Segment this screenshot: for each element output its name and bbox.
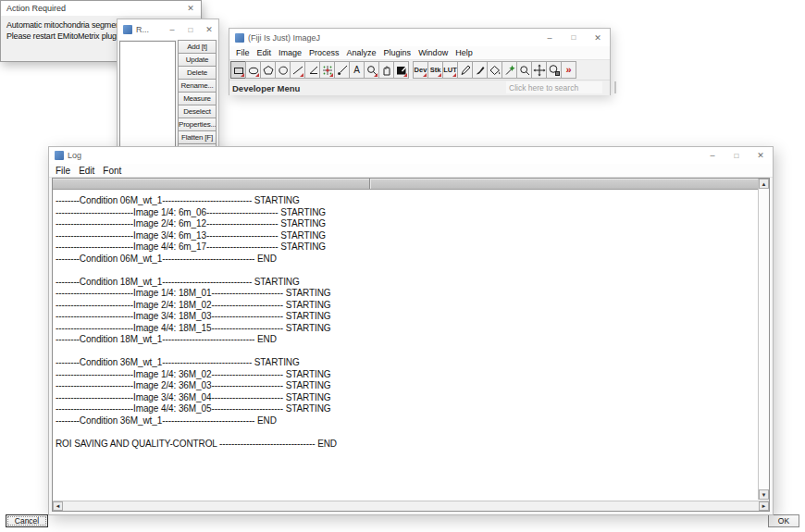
log-menu-font[interactable]: Font: [100, 166, 127, 176]
magnifier-icon: [365, 64, 378, 77]
oval-tool-button[interactable]: [245, 61, 261, 79]
paintbrush-icon: [474, 64, 487, 77]
color-picker-tool-button[interactable]: [393, 61, 409, 79]
fiji-titlebar[interactable]: (Fiji Is Just) ImageJ – □ ✕: [229, 29, 610, 46]
scroll-left-button[interactable]: ◄: [53, 501, 63, 511]
pencil-icon: [459, 64, 472, 77]
roi-delete-button[interactable]: Delete: [178, 66, 217, 80]
wand-tool-button[interactable]: [334, 61, 350, 79]
roi-deselect-button[interactable]: Deselect: [178, 105, 217, 118]
more-tools-icon: »: [565, 65, 571, 75]
menu-process[interactable]: Process: [305, 48, 343, 57]
rectangle-icon: [232, 64, 245, 77]
fiji-toolbar: A Dev Stk LUT: [229, 60, 610, 80]
freehand-tool-button[interactable]: [275, 61, 291, 79]
arrow-tool-button[interactable]: [502, 61, 517, 79]
log-maximize-button[interactable]: □: [724, 147, 749, 164]
scroll-down-button[interactable]: ▼: [759, 489, 769, 500]
roi-list[interactable]: [119, 41, 176, 150]
log-minimize-button[interactable]: –: [700, 147, 724, 164]
log-close-button[interactable]: ✕: [749, 147, 773, 164]
hand-tool-button[interactable]: [378, 61, 394, 79]
search-box: [506, 81, 602, 93]
log-menu-file[interactable]: File: [53, 166, 76, 176]
scroll-up-button[interactable]: ▲: [759, 179, 769, 189]
roi-measure-button[interactable]: Measure: [178, 92, 217, 105]
angle-icon: [306, 64, 319, 77]
point-icon: [321, 64, 334, 77]
log-header-column-2: [370, 179, 758, 189]
cancel-button[interactable]: Cancel: [6, 514, 48, 527]
oval-icon: [247, 64, 260, 77]
menu-file[interactable]: File: [232, 48, 254, 57]
roi-button-column: Add [t] Update Delete Rename... Measure …: [178, 41, 217, 150]
ok-button[interactable]: OK: [768, 514, 799, 527]
fiji-window-controls: – □ ✕: [538, 29, 610, 46]
dialog-close-button[interactable]: ✕: [180, 1, 201, 16]
angle-tool-button[interactable]: [304, 61, 320, 79]
dev-menu-tool-button[interactable]: Dev: [413, 61, 428, 79]
log-text-area[interactable]: --------Condition 06M_wt_1--------------…: [53, 191, 757, 500]
horizontal-scrollbar[interactable]: ◄ ►: [53, 501, 769, 511]
scroll-right-button[interactable]: ►: [759, 501, 769, 511]
polygon-tool-button[interactable]: [260, 61, 276, 79]
roi-body: Add [t] Update Delete Rename... Measure …: [119, 41, 217, 150]
paintbrush-tool-button[interactable]: [472, 61, 488, 79]
roi-window-controls: – □ ✕: [163, 19, 218, 40]
roi-close-button[interactable]: ✕: [200, 19, 218, 40]
overlay-brush-tool-button[interactable]: [546, 61, 562, 79]
fiji-maximize-button[interactable]: □: [562, 29, 586, 46]
menu-edit[interactable]: Edit: [254, 48, 276, 57]
lut-menu-icon: LUT: [443, 66, 457, 74]
log-window-icon: [55, 151, 64, 160]
dialog-titlebar[interactable]: Action Required ✕: [1, 1, 201, 16]
fiji-minimize-button[interactable]: –: [538, 29, 562, 46]
menu-plugins[interactable]: Plugins: [380, 48, 415, 57]
fiji-close-button[interactable]: ✕: [586, 29, 610, 46]
status-text: Developer Menu: [232, 83, 300, 93]
magnifier2-tool-button[interactable]: [516, 61, 532, 79]
search-input[interactable]: [506, 81, 614, 93]
roi-titlebar[interactable]: R... – □ ✕: [118, 19, 218, 40]
log-titlebar[interactable]: Log – □ ✕: [49, 147, 773, 164]
menu-image[interactable]: Image: [275, 48, 305, 57]
flood-fill-tool-button[interactable]: [487, 61, 502, 79]
flood-fill-icon: [489, 64, 502, 77]
point-tool-button[interactable]: [319, 61, 335, 79]
more-tools-button[interactable]: »: [561, 61, 576, 79]
log-content: --------Condition 06M_wt_1--------------…: [52, 178, 770, 512]
roi-manager-window: R... – □ ✕ Add [t] Update Delete Rename.…: [117, 19, 219, 151]
rectangle-tool-button[interactable]: [230, 61, 246, 79]
text-tool-button[interactable]: A: [349, 61, 365, 79]
log-column-header: [53, 179, 758, 190]
hand-icon: [380, 64, 393, 77]
lut-menu-tool-button[interactable]: LUT: [442, 61, 458, 79]
vertical-scrollbar[interactable]: ▲ ▼: [758, 179, 769, 500]
roi-flatten-button[interactable]: Flatten [F]: [178, 130, 217, 144]
roi-minimize-button[interactable]: –: [163, 19, 181, 40]
line-tool-button[interactable]: [290, 61, 305, 79]
menu-help[interactable]: Help: [452, 48, 477, 57]
stk-menu-tool-button[interactable]: Stk: [427, 61, 443, 79]
menu-window[interactable]: Window: [415, 48, 452, 57]
log-menu-edit[interactable]: Edit: [76, 166, 100, 176]
pencil-tool-button[interactable]: [457, 61, 473, 79]
fiji-statusbar: Developer Menu: [229, 80, 610, 95]
roi-update-button[interactable]: Update: [178, 53, 217, 67]
roi-add-button[interactable]: Add [t]: [178, 40, 217, 54]
search-button[interactable]: [614, 81, 616, 93]
move-cross-icon: [533, 64, 546, 77]
fiji-window-icon: [235, 33, 244, 43]
fiji-window-title: (Fiji Is Just) ImageJ: [248, 33, 320, 43]
roi-maximize-button[interactable]: □: [181, 19, 200, 40]
zoom-tool-button[interactable]: [364, 61, 379, 79]
log-window-controls: – □ ✕: [700, 147, 773, 164]
scrolling-tool-button[interactable]: [531, 61, 547, 79]
roi-properties-button[interactable]: Properties...: [178, 118, 217, 131]
menu-analyze[interactable]: Analyze: [343, 48, 380, 57]
color-picker-icon: [395, 64, 408, 77]
roi-rename-button[interactable]: Rename...: [178, 79, 217, 93]
dialog-title: Action Required: [6, 4, 66, 13]
fiji-main-window: (Fiji Is Just) ImageJ – □ ✕ File Edit Im…: [229, 28, 611, 95]
overlay-brush-icon: [548, 64, 561, 77]
